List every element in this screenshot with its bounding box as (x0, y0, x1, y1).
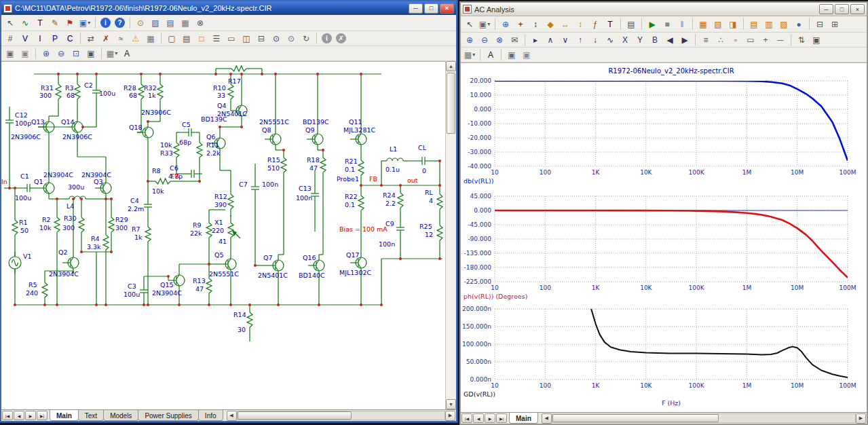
scrollbar-thumb[interactable] (552, 414, 719, 422)
vertical-tag-icon[interactable]: ↕ (573, 18, 587, 31)
point-tag-icon[interactable]: ◆ (544, 18, 557, 31)
graphics-mode-icon[interactable]: ✎ (48, 16, 62, 29)
exit-icon[interactable]: ⊗ (193, 16, 207, 29)
info-mode-icon[interactable]: i (322, 33, 332, 43)
conditions-icon[interactable]: C (63, 32, 77, 45)
stepping-icon[interactable]: ▧ (711, 18, 725, 31)
state-variables-icon[interactable]: ▥ (762, 18, 776, 31)
select-tool-icon[interactable]: ↖ (3, 16, 17, 29)
vertical-scrollbar[interactable]: ▲ ▼ (445, 61, 456, 409)
go-to-branch-icon[interactable]: B (648, 33, 662, 46)
layout-grid-icon[interactable]: ▦▾ (463, 48, 476, 61)
step-icon[interactable]: ⇄ (84, 32, 98, 45)
data-points-icon[interactable]: ∴ (714, 33, 728, 46)
ruler-icon[interactable]: ▭ (744, 33, 757, 46)
tab-first-button[interactable]: |◀ (2, 411, 13, 420)
font-icon[interactable]: A (484, 48, 497, 61)
currents-icon[interactable]: I (33, 32, 47, 45)
shape-editor-icon[interactable]: ▧ (149, 16, 162, 29)
optimize-icon[interactable]: ◨ (726, 18, 740, 31)
dropdown-arrow-icon[interactable]: ▾ (88, 20, 90, 26)
tab-text[interactable]: Text (78, 410, 104, 421)
tab-prev-button[interactable]: ◀ (14, 411, 24, 420)
copy-page-icon[interactable]: ▣ (520, 48, 533, 61)
scroll-right-icon[interactable]: ▶ (856, 413, 866, 424)
camera-icon[interactable]: ▣ (84, 47, 98, 60)
properties-icon[interactable]: ☰ (210, 32, 223, 45)
cut-icon[interactable]: ✗ (99, 32, 113, 45)
reduce-data-icon[interactable]: ▨ (777, 18, 791, 31)
scroll-left-icon[interactable]: ◀ (227, 411, 237, 421)
keep-scales-icon[interactable]: ▣ (810, 33, 823, 46)
tokens-icon[interactable]: ▫ (729, 33, 742, 46)
tab-next-button[interactable]: ▶ (25, 411, 36, 420)
next-point-icon[interactable]: ▸ (529, 33, 542, 46)
dropdown-arrow-icon[interactable]: ▾ (472, 52, 475, 58)
tab-models[interactable]: Models (103, 410, 138, 421)
scroll-down-icon[interactable]: ▼ (446, 399, 456, 409)
exit-analysis-icon[interactable]: ⊟ (813, 18, 827, 31)
select-tool-icon[interactable]: ↖ (463, 18, 476, 31)
horizontal-tag-icon[interactable]: ↔ (559, 18, 572, 31)
tag-right-icon[interactable]: ▶ (678, 33, 692, 46)
flip-v-icon[interactable]: ⊟ (254, 32, 268, 45)
font-icon[interactable]: A (120, 47, 134, 60)
box-tool-icon[interactable]: ▭ (225, 32, 238, 45)
scrollbar-track[interactable] (552, 413, 856, 423)
tab-power-supplies[interactable]: Power Supplies (138, 410, 198, 421)
scrollbar-track[interactable] (237, 411, 445, 420)
flag-mode-icon[interactable]: ⚑ (63, 16, 77, 29)
mail-icon[interactable]: ✉ (508, 33, 521, 46)
autoscale-icon[interactable]: ⊗ (493, 33, 506, 46)
properties-icon[interactable]: ▤ (624, 18, 638, 31)
tab-first-button[interactable]: |◀ (461, 413, 472, 423)
horizontal-scrollbar[interactable]: ◀ ▶ (542, 413, 866, 423)
scrollbar-thumb[interactable] (238, 411, 352, 420)
layout-grid-icon[interactable]: ▦▾ (105, 47, 119, 60)
scroll-left-icon[interactable]: ◀ (542, 413, 552, 424)
zoom-out-icon[interactable]: ⊖ (54, 47, 68, 60)
high-icon[interactable]: ↑ (573, 33, 587, 46)
run-icon[interactable]: ▶ (645, 18, 659, 31)
watch-icon[interactable]: ● (792, 18, 806, 31)
calculator-icon[interactable]: ▦ (178, 16, 192, 29)
pause-icon[interactable]: ‖ (675, 18, 689, 31)
dropdown-arrow-icon[interactable]: ▾ (115, 50, 117, 56)
align-cursors-icon[interactable]: ⇅ (795, 33, 808, 46)
tab-last-button[interactable]: ▶| (496, 413, 507, 423)
power-icon[interactable]: P (48, 32, 62, 45)
minimize-button[interactable]: ─ (819, 4, 833, 14)
scroll-right-icon[interactable]: ▶ (445, 411, 455, 421)
peak-icon[interactable]: ∧ (544, 33, 557, 46)
tab-main[interactable]: Main (509, 413, 538, 424)
flip-h-icon[interactable]: ◫ (240, 32, 253, 45)
scrollbar-track[interactable] (446, 71, 456, 399)
plus-mark-icon[interactable]: + (759, 33, 772, 46)
close-button[interactable]: × (850, 4, 865, 14)
cursor-mode-icon[interactable]: + (514, 18, 527, 31)
tab-prev-button[interactable]: ◀ (473, 413, 484, 423)
dropdown-arrow-icon[interactable]: ▾ (487, 21, 490, 27)
scrollbar-thumb[interactable] (447, 73, 455, 134)
copy-graph-icon[interactable]: ▣ (505, 48, 518, 61)
zoom-mode-icon[interactable]: ⊕ (499, 18, 512, 31)
maximize-button[interactable]: □ (835, 4, 849, 14)
point-to-end-icon[interactable]: ✗ (336, 33, 346, 43)
repeat-icon[interactable]: ↻ (299, 32, 313, 45)
schematic-titlebar[interactable]: C:\MC11\DATA\Petrov\R1972-06\finish\R197… (1, 1, 456, 15)
scale-mode-icon[interactable]: ↕ (529, 18, 542, 31)
horizontal-axis-icon[interactable]: ─ (774, 33, 787, 46)
tab-last-button[interactable]: ▶| (37, 411, 48, 420)
picture-mode-icon[interactable]: ▣▾ (78, 16, 92, 29)
low-icon[interactable]: ↓ (588, 33, 602, 46)
copy-page-icon[interactable]: ▣ (18, 47, 32, 60)
analysis-limits-icon[interactable]: ▦ (696, 18, 710, 31)
minimize-button[interactable]: ─ (409, 3, 423, 14)
copy-to-clipboard-icon[interactable]: ▣ (3, 47, 17, 60)
clipboard-icon[interactable]: ▣▾ (478, 18, 491, 31)
text-mode-icon[interactable]: T (33, 16, 47, 29)
find-next-icon[interactable]: ⊙ (284, 32, 298, 45)
normalize-icon[interactable]: ≡ (699, 33, 713, 46)
zoom-in-icon[interactable]: ⊕ (463, 33, 476, 46)
close-button[interactable]: × (440, 3, 454, 14)
